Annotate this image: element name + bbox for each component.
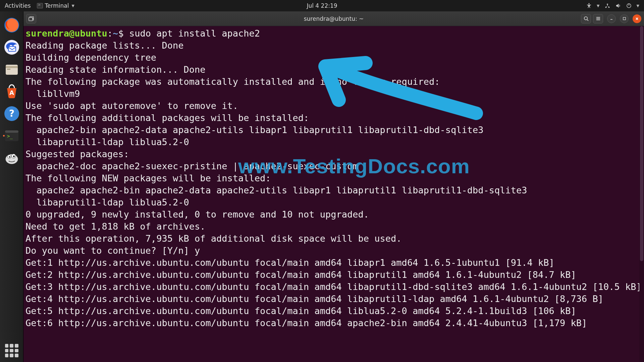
clock[interactable]: Jul 4 22:19 — [307, 2, 337, 9]
dock-app-software[interactable]: A — [2, 82, 21, 101]
search-button[interactable] — [581, 14, 591, 23]
svg-text:?: ? — [9, 108, 14, 119]
svg-point-0 — [588, 3, 589, 4]
svg-rect-24 — [623, 17, 625, 20]
chevron-down-icon: ▼ — [637, 4, 639, 8]
chevron-down-icon: ▼ — [597, 4, 599, 8]
command-text: sudo apt install apache2 — [129, 28, 260, 39]
scrollbar-thumb[interactable] — [640, 26, 643, 261]
terminal-output[interactable]: surendra@ubuntu:~$ sudo apt install apac… — [23, 26, 644, 362]
dock: A ? >_ — [0, 11, 23, 362]
svg-rect-10 — [7, 69, 10, 70]
dock-app-help[interactable]: ? — [2, 104, 21, 123]
app-menu[interactable]: Terminal ▼ — [37, 2, 74, 9]
prompt-separator: : — [107, 28, 113, 39]
running-indicator — [3, 135, 5, 137]
app-menu-label: Terminal — [45, 2, 69, 9]
chevron-down-icon: ▼ — [71, 4, 74, 8]
window-title: surendra@ubuntu: ~ — [304, 15, 364, 22]
dock-app-firefox[interactable] — [2, 15, 21, 35]
dock-app-files[interactable] — [2, 60, 21, 79]
new-tab-button[interactable] — [26, 14, 36, 23]
svg-point-21 — [13, 156, 15, 158]
activities-button[interactable]: Activities — [3, 2, 32, 9]
prompt-path: ~ — [113, 28, 118, 39]
svg-rect-22 — [29, 17, 33, 21]
dock-app-thunderbird[interactable] — [2, 38, 21, 57]
svg-rect-15 — [5, 130, 18, 133]
svg-point-23 — [584, 17, 587, 20]
accessibility-icon[interactable] — [586, 3, 592, 9]
titlebar: surendra@ubuntu: ~ — [23, 11, 644, 26]
hamburger-menu-button[interactable] — [593, 14, 603, 23]
dock-app-emacs[interactable] — [2, 148, 21, 168]
dock-app-terminal[interactable]: >_ — [2, 126, 21, 145]
terminal-window: surendra@ubuntu: ~ surendr — [23, 11, 644, 362]
network-icon[interactable] — [604, 3, 610, 9]
svg-text:A: A — [9, 89, 14, 96]
close-button[interactable] — [633, 14, 641, 23]
svg-rect-9 — [6, 66, 18, 68]
svg-point-3 — [607, 4, 608, 5]
svg-point-20 — [9, 156, 10, 158]
maximize-button[interactable] — [620, 14, 629, 23]
minimize-button[interactable] — [607, 14, 616, 23]
annotation-arrow — [315, 53, 490, 130]
show-applications-button[interactable] — [5, 344, 18, 357]
apt-output: Reading package lists... Done Building d… — [25, 40, 642, 328]
scrollbar[interactable] — [639, 26, 644, 362]
system-tray[interactable]: ▼ ▼ — [586, 3, 644, 9]
power-icon[interactable] — [626, 3, 632, 9]
svg-text:>_: >_ — [7, 133, 13, 139]
volume-icon[interactable] — [615, 3, 621, 9]
prompt-dollar: $ — [118, 28, 129, 39]
prompt-user-host: surendra@ubuntu — [25, 28, 107, 39]
terminal-icon — [37, 3, 43, 8]
top-panel: Activities Terminal ▼ Jul 4 22:19 ▼ ▼ — [0, 0, 644, 11]
svg-rect-7 — [8, 47, 16, 51]
